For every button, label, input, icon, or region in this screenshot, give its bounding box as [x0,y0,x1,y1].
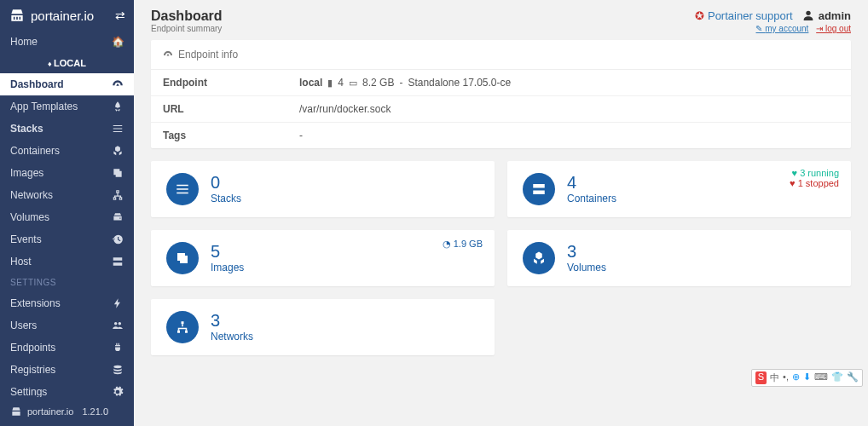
page-title: Dashboard [151,9,223,24]
sidebar-toggle-icon[interactable]: ⇄ [115,9,125,22]
tray-icon[interactable]: 👕 [831,371,843,384]
card-networks[interactable]: 3 Networks [151,299,495,355]
system-tray: S 中 •, ⊕ ⬇ ⌨ 👕 🔧 [751,369,863,387]
card-containers[interactable]: 4 Containers ♥ 3 running ♥ 1 stopped [507,161,851,217]
sidebar-item-events[interactable]: Events [0,228,134,250]
sidebar-item-registries[interactable]: Registries [0,359,134,381]
page-subtitle: Endpoint summary [151,24,223,33]
sidebar-item-extensions[interactable]: Extensions [0,292,134,314]
cpu-icon: ▮ [327,78,333,89]
images-size: ◔ 1.9 GB [443,239,483,250]
home-icon: 🏠 [112,36,124,48]
sidebar-item-dashboard[interactable]: Dashboard [0,73,134,95]
images-icon [166,242,199,274]
sidebar-item-endpoints[interactable]: Endpoints [0,337,134,359]
sidebar-item-volumes[interactable]: Volumes [0,206,134,228]
sidebar-item-app-templates[interactable]: App Templates [0,95,134,118]
portainer-footer-icon [10,406,22,417]
life-ring-icon: ✪ [695,9,704,22]
sidebar-item-settings[interactable]: Settings [0,381,134,397]
portainer-icon [9,7,26,24]
sidebar-footer: portainer.io 1.21.0 [0,397,134,426]
tray-icon[interactable]: 中 [770,371,779,384]
main-content: Dashboard Endpoint summary ✪ Portainer s… [134,0,868,426]
tray-icon[interactable]: ⬇ [803,371,811,384]
my-account-link[interactable]: ✎ my account [755,24,808,33]
sidebar: portainer.io ⇄ Home 🏠 LOCAL Dashboard Ap… [0,0,134,426]
sidebar-item-users[interactable]: Users [0,314,134,337]
sidebar-item-containers[interactable]: Containers [0,140,134,162]
svg-rect-1 [182,321,184,324]
tray-icon[interactable]: •, [783,371,789,384]
tachometer-icon [163,49,173,60]
users-icon [112,320,124,331]
tray-icon[interactable]: ⊕ [792,371,800,384]
tags-row: Tags - [151,123,851,148]
topbar: Dashboard Endpoint summary ✪ Portainer s… [134,0,868,40]
volumes-icon [523,242,555,274]
container-status: ♥ 3 running ♥ 1 stopped [790,168,839,188]
tray-icon[interactable]: 🔧 [847,371,859,384]
history-icon [112,233,124,245]
svg-rect-3 [185,331,188,333]
hdd-icon [112,211,124,223]
sidebar-settings-header: SETTINGS [0,273,134,292]
endpoint-row: Endpoint local ▮4 ▭8.2 GB - Standalone 1… [151,70,851,96]
sidebar-item-host[interactable]: Host [0,250,134,273]
networks-icon [166,311,199,343]
url-row: URL /var/run/docker.sock [151,96,851,123]
logout-link[interactable]: ⇥ log out [816,24,851,33]
database-icon [112,364,124,376]
endpoint-info-panel: Endpoint info Endpoint local ▮4 ▭8.2 GB … [151,40,851,148]
pie-chart-icon: ◔ [443,239,451,249]
svg-point-0 [806,11,810,15]
sidebar-item-stacks[interactable]: Stacks [0,118,134,140]
tray-icon[interactable]: ⌨ [814,371,828,384]
sidebar-item-home[interactable]: Home 🏠 [0,31,134,53]
card-images[interactable]: 5 Images ◔ 1.9 GB [151,230,495,286]
heartbeat-icon: ♥ [792,168,798,178]
rocket-icon [112,101,124,112]
user-menu[interactable]: admin [801,9,851,22]
user-icon [801,9,815,22]
sidebar-item-images[interactable]: Images [0,162,134,184]
brand-logo[interactable]: portainer.io ⇄ [0,0,134,31]
server-icon [112,256,124,268]
dashboard-cards: 0 Stacks 4 Containers ♥ 3 running ♥ 1 st… [151,161,851,286]
stacks-icon [166,173,199,205]
panel-header: Endpoint info [151,40,851,70]
sidebar-nav: Home 🏠 LOCAL Dashboard App Templates Sta… [0,31,134,397]
memory-icon: ▭ [349,78,357,89]
bolt-icon [112,297,124,309]
sidebar-item-networks[interactable]: Networks [0,184,134,206]
sidebar-local-label[interactable]: LOCAL [0,53,134,73]
clone-icon [112,167,124,179]
card-stacks[interactable]: 0 Stacks [151,161,495,217]
cubes-icon [112,145,124,157]
card-volumes[interactable]: 3 Volumes [507,230,851,286]
heartbeat-icon: ♥ [790,178,796,188]
plug-icon [112,342,124,354]
cogs-icon [112,386,124,397]
containers-icon [523,173,555,205]
tachometer-icon [112,78,124,90]
list-icon [112,123,124,135]
tray-ime-icon[interactable]: S [755,371,767,384]
sitemap-icon [112,189,124,201]
support-link[interactable]: ✪ Portainer support [695,9,793,22]
svg-rect-2 [177,331,180,333]
brand-text: portainer.io [31,9,94,23]
